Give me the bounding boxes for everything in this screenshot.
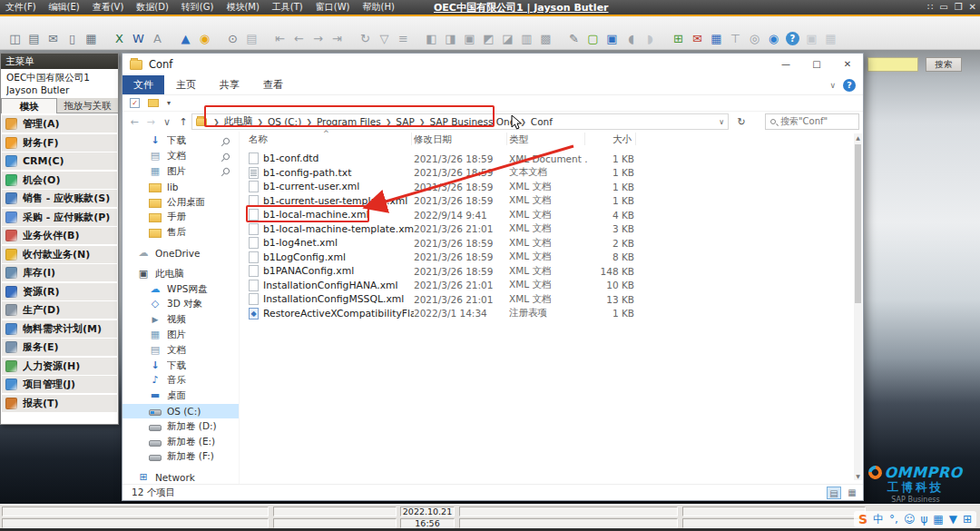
column-size[interactable]: 大小 xyxy=(585,133,636,145)
menu-item[interactable]: 窗口(W) xyxy=(316,1,350,14)
journal-entry-icon[interactable]: ◩ xyxy=(479,32,498,45)
mail-alert-icon[interactable]: ✉ xyxy=(688,32,707,45)
explorer-search-box[interactable]: 搜索"Conf" xyxy=(765,113,859,130)
disabled-grid-icon[interactable]: ▦ xyxy=(821,32,840,45)
minimize-icon[interactable]: ▭ xyxy=(939,0,947,15)
nav-item[interactable]: OS (C:) xyxy=(122,404,239,419)
nav-item[interactable]: 桌面 xyxy=(122,388,239,404)
close-icon[interactable]: ✕ xyxy=(969,0,976,15)
address-dropdown-icon[interactable]: ∨ xyxy=(719,118,724,126)
menu-item[interactable]: 编辑(E) xyxy=(49,1,80,14)
breadcrumb-segment[interactable]: ❯ 此电脑 xyxy=(209,115,252,128)
launch-application-icon[interactable]: ▲ xyxy=(176,32,195,45)
nav-item[interactable]: 文档 xyxy=(122,149,239,164)
menu-item[interactable]: 模块(M) xyxy=(226,1,259,14)
web-client-icon[interactable]: ◉ xyxy=(764,32,783,45)
up-icon[interactable]: ↑ xyxy=(175,116,191,128)
file-row[interactable]: b1-config-path.txt 2021/3/26 18:59 文本文档 … xyxy=(247,166,863,181)
emoji-icon[interactable]: ☺ xyxy=(904,512,916,526)
tab-modules[interactable]: 模块 xyxy=(1,98,57,113)
module-item[interactable]: 项目管理(J) xyxy=(2,376,117,393)
export-word-icon[interactable]: W xyxy=(129,32,148,45)
file-row[interactable]: InstallationConfigMSSQL.xml 2021/3/26 21… xyxy=(247,292,863,307)
paste-from-icon[interactable]: ◨ xyxy=(441,32,460,45)
document-icon[interactable]: ◪ xyxy=(498,32,517,45)
nav-item[interactable]: Network xyxy=(122,470,239,486)
quick-search-input[interactable] xyxy=(867,57,918,72)
duplicate-icon[interactable]: ▣ xyxy=(460,32,479,45)
properties-icon[interactable]: ✓ xyxy=(130,98,140,108)
conversation-icon[interactable]: ◗ xyxy=(641,32,660,45)
punctuation-icon[interactable]: °, xyxy=(889,512,898,526)
module-item[interactable]: 财务(F) xyxy=(2,134,117,152)
explorer-help-icon[interactable]: ? xyxy=(843,79,856,92)
nav-item[interactable]: 图片 xyxy=(122,164,239,180)
column-date[interactable]: 修改日期 xyxy=(412,133,507,145)
find-icon[interactable]: ⊙ xyxy=(223,32,242,45)
menu-item[interactable]: 数据(D) xyxy=(136,1,169,14)
email-icon[interactable]: ✉ xyxy=(44,32,63,45)
breadcrumb-segment[interactable]: ❯ Conf xyxy=(515,115,553,128)
file-row[interactable]: b1PANAConfig.xml 2021/3/26 18:59 XML 文档 … xyxy=(247,264,863,279)
module-item[interactable]: 服务(E) xyxy=(2,339,117,356)
previous-record-icon[interactable]: ← xyxy=(289,32,309,45)
file-row[interactable]: b1-local-machine.xml 2022/9/14 9:41 XML … xyxy=(247,208,863,222)
nav-item[interactable]: 售后 xyxy=(122,225,239,241)
menu-item[interactable]: 工具(T) xyxy=(272,1,303,14)
file-row[interactable]: b1-current-user-template.xml 2021/3/26 1… xyxy=(247,194,863,209)
nav-item[interactable]: 公用桌面 xyxy=(122,194,239,210)
maximize-icon[interactable]: □ xyxy=(801,54,832,75)
document-settings-icon[interactable]: ▣ xyxy=(603,32,622,45)
voice-input-icon[interactable]: ψ xyxy=(920,512,927,526)
nav-item[interactable]: OneDrive xyxy=(122,246,239,261)
my-menu-icon[interactable]: ◎ xyxy=(745,32,764,45)
refresh-icon[interactable]: ↻ xyxy=(730,116,752,128)
nav-item[interactable]: 此电脑 xyxy=(122,266,239,281)
messages-icon[interactable]: ◖ xyxy=(622,32,641,45)
menu-item[interactable]: 转到(G) xyxy=(181,1,214,14)
module-item[interactable]: 机会(O) xyxy=(2,172,117,189)
print-icon[interactable]: ▤ xyxy=(24,32,44,45)
form-settings-icon[interactable]: ▢ xyxy=(583,32,603,45)
back-icon[interactable]: ← xyxy=(126,116,142,128)
nav-item[interactable]: 新加卷 (F:) xyxy=(122,449,239,465)
edit-icon[interactable]: ✎ xyxy=(564,32,583,45)
tab-file[interactable]: 文件 xyxy=(122,75,164,94)
details-view-icon[interactable]: ▤ xyxy=(827,487,841,499)
breadcrumb-segment[interactable]: ❯ SAP Business One xyxy=(415,115,515,128)
breadcrumb[interactable]: ❯ 此电脑 ❯ OS (C:) ❯ Program Files xyxy=(191,113,729,130)
nav-item[interactable]: 下载 xyxy=(122,133,239,149)
menu-item[interactable]: 文件(F) xyxy=(5,1,36,14)
export-pdf-icon[interactable]: A xyxy=(148,32,167,45)
report-table-icon[interactable]: ▦ xyxy=(707,32,726,45)
list-icon[interactable]: ▤ xyxy=(242,32,261,45)
new-folder-icon[interactable] xyxy=(148,99,159,107)
nav-item[interactable]: 手册 xyxy=(122,210,239,225)
module-item[interactable]: CRM(C) xyxy=(2,152,117,170)
module-item[interactable]: 库存(I) xyxy=(2,264,117,281)
nav-item[interactable]: 视频 xyxy=(122,312,239,328)
lock-screen-icon[interactable]: ◉ xyxy=(195,32,214,45)
refresh-icon[interactable]: ↻ xyxy=(356,32,375,45)
org-chart-icon[interactable]: ⊤ xyxy=(726,32,745,45)
file-row[interactable]: RestoreActiveXCompatibilityFlags.reg 202… xyxy=(247,307,863,321)
module-item[interactable]: 收付款业务(N) xyxy=(2,246,117,263)
module-item[interactable]: 报表(T) xyxy=(2,395,117,412)
nav-item[interactable]: lib xyxy=(122,179,239,194)
nav-item[interactable]: 文档 xyxy=(122,342,239,358)
recent-locations-icon[interactable]: ∨ xyxy=(159,116,175,128)
module-item[interactable]: 业务伙伴(B) xyxy=(2,227,117,244)
file-row[interactable]: InstallationConfigHANA.xml 2021/3/26 21:… xyxy=(247,279,863,293)
nav-item[interactable]: 图片 xyxy=(122,328,239,343)
module-item[interactable]: 人力资源(H) xyxy=(2,358,117,375)
sms-icon[interactable]: ▯ xyxy=(63,32,82,45)
module-item[interactable]: 生产(D) xyxy=(2,301,117,319)
quick-search-button[interactable]: 搜索 xyxy=(926,57,962,72)
nav-item[interactable]: WPS网盘 xyxy=(122,281,239,297)
file-row[interactable]: b1-local-machine-template.xml 2021/3/26 … xyxy=(247,222,863,237)
nav-item[interactable]: 新加卷 (D:) xyxy=(122,418,239,434)
tab-drag-relate[interactable]: 拖放与关联 xyxy=(57,98,118,113)
next-record-icon[interactable]: → xyxy=(309,32,328,45)
ribbon-tab[interactable]: 主页 xyxy=(164,75,208,94)
first-record-icon[interactable]: ⇤ xyxy=(270,32,289,45)
